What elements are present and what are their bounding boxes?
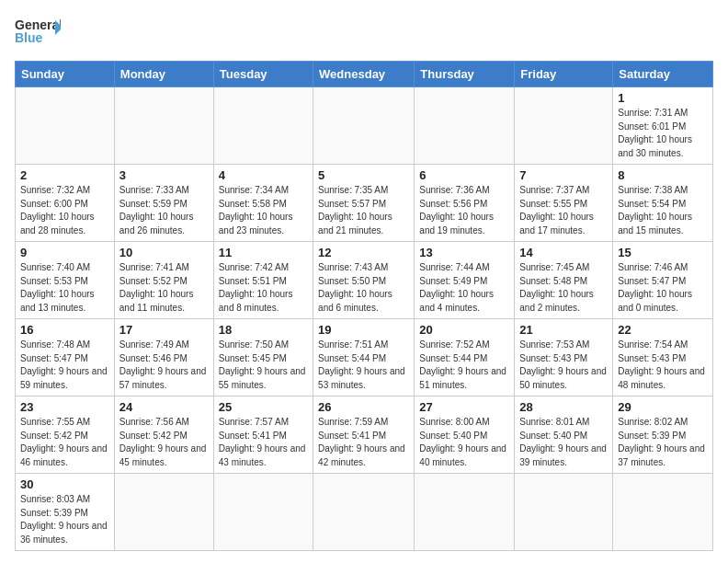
day-number: 30 — [20, 477, 109, 491]
week-row-1: 2Sunrise: 7:32 AM Sunset: 6:00 PM Daylig… — [16, 165, 713, 242]
calendar: SundayMondayTuesdayWednesdayThursdayFrid… — [15, 61, 713, 551]
calendar-cell: 25Sunrise: 7:57 AM Sunset: 5:41 PM Dayli… — [213, 396, 313, 474]
calendar-cell: 26Sunrise: 7:59 AM Sunset: 5:41 PM Dayli… — [313, 396, 415, 474]
calendar-cell: 11Sunrise: 7:42 AM Sunset: 5:51 PM Dayli… — [213, 242, 313, 319]
page-header: General Blue — [15, 15, 713, 50]
calendar-cell: 29Sunrise: 8:02 AM Sunset: 5:39 PM Dayli… — [613, 396, 713, 474]
day-info: Sunrise: 7:42 AM Sunset: 5:51 PM Dayligh… — [219, 261, 308, 315]
week-row-5: 30Sunrise: 8:03 AM Sunset: 5:39 PM Dayli… — [16, 474, 713, 551]
calendar-cell: 18Sunrise: 7:50 AM Sunset: 5:45 PM Dayli… — [213, 319, 313, 396]
day-info: Sunrise: 7:51 AM Sunset: 5:44 PM Dayligh… — [318, 339, 409, 392]
day-info: Sunrise: 7:32 AM Sunset: 6:00 PM Dayligh… — [20, 184, 109, 237]
calendar-cell: 3Sunrise: 7:33 AM Sunset: 5:59 PM Daylig… — [114, 165, 213, 242]
calendar-cell — [16, 87, 115, 165]
calendar-cell: 6Sunrise: 7:36 AM Sunset: 5:56 PM Daylig… — [415, 165, 515, 242]
day-number: 26 — [318, 400, 409, 414]
day-info: Sunrise: 7:36 AM Sunset: 5:56 PM Dayligh… — [419, 184, 509, 237]
day-info: Sunrise: 7:56 AM Sunset: 5:42 PM Dayligh… — [119, 416, 209, 469]
week-row-4: 23Sunrise: 7:55 AM Sunset: 5:42 PM Dayli… — [16, 396, 713, 474]
calendar-cell — [114, 474, 213, 551]
calendar-cell — [213, 87, 313, 165]
day-number: 21 — [519, 323, 608, 337]
day-info: Sunrise: 7:34 AM Sunset: 5:58 PM Dayligh… — [219, 184, 308, 237]
calendar-cell: 9Sunrise: 7:40 AM Sunset: 5:53 PM Daylig… — [16, 242, 115, 319]
calendar-cell: 16Sunrise: 7:48 AM Sunset: 5:47 PM Dayli… — [16, 319, 115, 396]
day-info: Sunrise: 8:01 AM Sunset: 5:40 PM Dayligh… — [519, 416, 608, 469]
day-number: 9 — [20, 246, 109, 259]
day-number: 13 — [419, 246, 509, 259]
day-number: 27 — [419, 400, 509, 414]
day-number: 23 — [20, 400, 109, 414]
calendar-cell: 19Sunrise: 7:51 AM Sunset: 5:44 PM Dayli… — [313, 319, 415, 396]
weekday-thursday: Thursday — [415, 62, 515, 87]
weekday-friday: Friday — [515, 62, 613, 87]
day-number: 4 — [219, 168, 308, 182]
day-number: 3 — [119, 168, 209, 182]
calendar-cell — [415, 87, 515, 165]
day-number: 25 — [219, 400, 308, 414]
day-info: Sunrise: 7:46 AM Sunset: 5:47 PM Dayligh… — [618, 261, 708, 315]
day-info: Sunrise: 7:48 AM Sunset: 5:47 PM Dayligh… — [20, 339, 109, 392]
day-info: Sunrise: 7:53 AM Sunset: 5:43 PM Dayligh… — [519, 339, 608, 392]
day-info: Sunrise: 7:49 AM Sunset: 5:46 PM Dayligh… — [119, 339, 209, 392]
day-number: 8 — [618, 168, 708, 182]
day-info: Sunrise: 7:45 AM Sunset: 5:48 PM Dayligh… — [519, 261, 608, 315]
day-number: 12 — [318, 246, 409, 259]
calendar-cell — [415, 474, 515, 551]
day-number: 5 — [318, 168, 409, 182]
weekday-saturday: Saturday — [613, 62, 713, 87]
day-number: 7 — [519, 168, 608, 182]
day-number: 29 — [618, 400, 708, 414]
calendar-cell: 1Sunrise: 7:31 AM Sunset: 6:01 PM Daylig… — [613, 87, 713, 165]
day-number: 1 — [618, 91, 708, 105]
calendar-cell: 17Sunrise: 7:49 AM Sunset: 5:46 PM Dayli… — [114, 319, 213, 396]
day-number: 2 — [20, 168, 109, 182]
week-row-2: 9Sunrise: 7:40 AM Sunset: 5:53 PM Daylig… — [16, 242, 713, 319]
svg-text:Blue: Blue — [15, 30, 43, 45]
calendar-cell — [313, 87, 415, 165]
day-info: Sunrise: 7:55 AM Sunset: 5:42 PM Dayligh… — [20, 416, 109, 469]
day-number: 16 — [20, 323, 109, 337]
day-info: Sunrise: 7:43 AM Sunset: 5:50 PM Dayligh… — [318, 261, 409, 315]
day-number: 22 — [618, 323, 708, 337]
day-info: Sunrise: 7:33 AM Sunset: 5:59 PM Dayligh… — [119, 184, 209, 237]
weekday-monday: Monday — [114, 62, 213, 87]
day-number: 18 — [219, 323, 308, 337]
day-info: Sunrise: 7:54 AM Sunset: 5:43 PM Dayligh… — [618, 339, 708, 392]
calendar-cell: 12Sunrise: 7:43 AM Sunset: 5:50 PM Dayli… — [313, 242, 415, 319]
logo-svg: General Blue — [15, 15, 61, 50]
day-number: 28 — [519, 400, 608, 414]
calendar-cell — [313, 474, 415, 551]
calendar-cell — [515, 474, 613, 551]
day-number: 6 — [419, 168, 509, 182]
calendar-cell: 10Sunrise: 7:41 AM Sunset: 5:52 PM Dayli… — [114, 242, 213, 319]
day-number: 15 — [618, 246, 708, 259]
calendar-cell — [213, 474, 313, 551]
day-info: Sunrise: 7:52 AM Sunset: 5:44 PM Dayligh… — [419, 339, 509, 392]
day-number: 10 — [119, 246, 209, 259]
calendar-cell: 2Sunrise: 7:32 AM Sunset: 6:00 PM Daylig… — [16, 165, 115, 242]
day-number: 24 — [119, 400, 209, 414]
day-info: Sunrise: 7:41 AM Sunset: 5:52 PM Dayligh… — [119, 261, 209, 315]
day-info: Sunrise: 8:03 AM Sunset: 5:39 PM Dayligh… — [20, 493, 109, 546]
day-info: Sunrise: 7:50 AM Sunset: 5:45 PM Dayligh… — [219, 339, 308, 392]
calendar-cell — [613, 474, 713, 551]
day-info: Sunrise: 8:02 AM Sunset: 5:39 PM Dayligh… — [618, 416, 708, 469]
weekday-header-row: SundayMondayTuesdayWednesdayThursdayFrid… — [16, 62, 713, 87]
calendar-cell: 13Sunrise: 7:44 AM Sunset: 5:49 PM Dayli… — [415, 242, 515, 319]
day-info: Sunrise: 7:31 AM Sunset: 6:01 PM Dayligh… — [618, 107, 708, 160]
calendar-cell — [114, 87, 213, 165]
calendar-cell: 5Sunrise: 7:35 AM Sunset: 5:57 PM Daylig… — [313, 165, 415, 242]
day-info: Sunrise: 7:35 AM Sunset: 5:57 PM Dayligh… — [318, 184, 409, 237]
calendar-cell: 23Sunrise: 7:55 AM Sunset: 5:42 PM Dayli… — [16, 396, 115, 474]
day-info: Sunrise: 7:57 AM Sunset: 5:41 PM Dayligh… — [219, 416, 308, 469]
day-number: 19 — [318, 323, 409, 337]
day-info: Sunrise: 7:38 AM Sunset: 5:54 PM Dayligh… — [618, 184, 708, 237]
weekday-sunday: Sunday — [16, 62, 115, 87]
calendar-cell: 4Sunrise: 7:34 AM Sunset: 5:58 PM Daylig… — [213, 165, 313, 242]
day-info: Sunrise: 7:37 AM Sunset: 5:55 PM Dayligh… — [519, 184, 608, 237]
calendar-cell: 24Sunrise: 7:56 AM Sunset: 5:42 PM Dayli… — [114, 396, 213, 474]
day-info: Sunrise: 7:40 AM Sunset: 5:53 PM Dayligh… — [20, 261, 109, 315]
calendar-cell: 21Sunrise: 7:53 AM Sunset: 5:43 PM Dayli… — [515, 319, 613, 396]
calendar-cell: 20Sunrise: 7:52 AM Sunset: 5:44 PM Dayli… — [415, 319, 515, 396]
